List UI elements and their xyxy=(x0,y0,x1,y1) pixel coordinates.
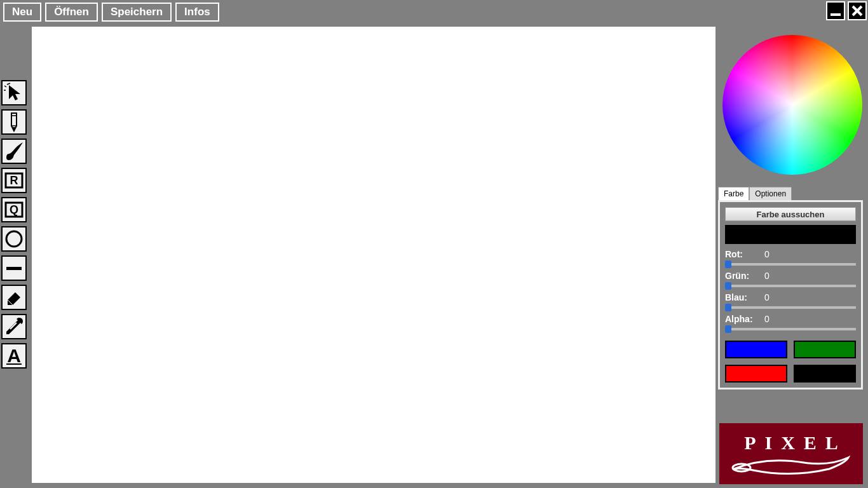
slider-blue-label: Blau: xyxy=(725,292,759,302)
cursor-icon xyxy=(4,83,24,103)
slider-alpha-label: Alpha: xyxy=(725,314,759,324)
slider-blue-track[interactable] xyxy=(725,306,856,309)
panel-tabs: Farbe Optionen xyxy=(718,187,863,200)
text-tool[interactable]: A xyxy=(1,343,27,369)
slider-red-track[interactable] xyxy=(725,263,856,266)
brush-tool[interactable] xyxy=(1,139,27,164)
swatch-red[interactable] xyxy=(725,365,787,383)
brush-icon xyxy=(4,141,24,161)
slider-thumb[interactable] xyxy=(725,282,731,290)
logo-brush-icon xyxy=(728,450,855,475)
color-wheel[interactable] xyxy=(722,27,863,183)
rect-tool[interactable]: R xyxy=(1,168,27,193)
slider-blue-value: 0 xyxy=(764,292,770,302)
slider-thumb[interactable] xyxy=(725,304,731,311)
line-tool[interactable] xyxy=(1,255,27,281)
close-icon xyxy=(851,4,864,17)
minimize-button[interactable] xyxy=(826,1,845,20)
tab-color[interactable]: Farbe xyxy=(718,187,749,200)
app-logo: PIXEL xyxy=(719,423,863,484)
square-tool[interactable]: Q xyxy=(1,197,27,222)
canvas[interactable] xyxy=(32,27,715,483)
ellipse-tool[interactable] xyxy=(1,226,27,252)
eyedropper-tool[interactable] xyxy=(1,314,27,339)
preset-swatches xyxy=(725,341,856,383)
eyedropper-icon xyxy=(4,316,24,337)
slider-thumb[interactable] xyxy=(725,261,731,268)
pick-color-button[interactable]: Farbe aussuchen xyxy=(725,207,856,221)
pencil-icon xyxy=(4,112,24,132)
color-wheel-circle[interactable] xyxy=(722,35,862,175)
svg-rect-6 xyxy=(6,267,22,270)
cursor-tool[interactable] xyxy=(1,80,27,105)
swatch-black[interactable] xyxy=(794,365,856,383)
slider-alpha-track[interactable] xyxy=(725,328,856,330)
eraser-tool[interactable] xyxy=(1,285,27,310)
slider-blue: Blau: 0 xyxy=(725,292,856,309)
slider-green-label: Grün: xyxy=(725,271,759,281)
square-icon: Q xyxy=(4,200,24,220)
slider-red-label: Rot: xyxy=(725,249,759,259)
text-icon: A xyxy=(4,346,24,366)
tab-options[interactable]: Optionen xyxy=(749,187,792,200)
current-color-swatch xyxy=(725,225,856,244)
svg-text:Q: Q xyxy=(10,203,18,216)
svg-rect-0 xyxy=(831,13,841,16)
slider-alpha-value: 0 xyxy=(764,314,770,324)
color-panel: Farbe Optionen Farbe aussuchen Rot: 0 Gr… xyxy=(718,187,863,390)
info-button[interactable]: Infos xyxy=(175,3,219,22)
pencil-tool[interactable] xyxy=(1,109,27,135)
slider-green-value: 0 xyxy=(764,271,770,281)
svg-text:A: A xyxy=(7,346,21,366)
swatch-green[interactable] xyxy=(794,341,856,358)
rect-icon: R xyxy=(4,170,24,191)
close-button[interactable] xyxy=(848,1,867,20)
slider-thumb[interactable] xyxy=(725,325,731,333)
menu-bar: Neu Öffnen Speichern Infos xyxy=(0,0,868,23)
line-icon xyxy=(4,258,24,278)
ellipse-icon xyxy=(4,229,24,249)
save-button[interactable]: Speichern xyxy=(102,3,172,22)
slider-alpha: Alpha: 0 xyxy=(725,314,856,330)
new-button[interactable]: Neu xyxy=(3,3,41,22)
minimize-icon xyxy=(829,4,842,17)
toolbox: R Q A xyxy=(1,80,28,369)
slider-green-track[interactable] xyxy=(725,285,856,287)
swatch-blue[interactable] xyxy=(725,341,787,358)
eraser-icon xyxy=(4,287,24,308)
window-controls xyxy=(826,1,867,20)
svg-text:R: R xyxy=(10,174,18,187)
slider-red: Rot: 0 xyxy=(725,249,856,266)
svg-point-5 xyxy=(6,231,22,247)
slider-red-value: 0 xyxy=(764,249,770,259)
open-button[interactable]: Öffnen xyxy=(45,3,98,22)
slider-green: Grün: 0 xyxy=(725,271,856,287)
